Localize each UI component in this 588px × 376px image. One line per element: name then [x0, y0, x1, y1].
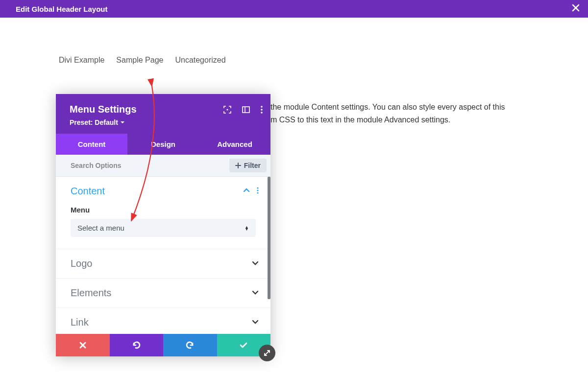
svg-point-4: [261, 109, 263, 111]
chevron-down-icon: [252, 259, 259, 268]
svg-point-5: [261, 112, 263, 114]
topbar-title: Edit Global Header Layout: [16, 5, 108, 13]
svg-point-7: [257, 189, 258, 191]
action-bar: [56, 334, 270, 356]
more-icon[interactable]: [261, 106, 263, 116]
resize-handle[interactable]: [259, 345, 275, 361]
close-icon[interactable]: [571, 3, 580, 14]
preset-selector[interactable]: Preset: Default: [70, 118, 125, 126]
select-caret-icon: ▲▼: [245, 226, 249, 230]
svg-point-6: [257, 187, 258, 188]
nav-item[interactable]: Divi Example: [59, 56, 104, 65]
section-elements-header[interactable]: Elements: [56, 279, 270, 307]
filter-button[interactable]: Filter: [229, 159, 267, 172]
section-content-header[interactable]: Content: [56, 177, 270, 206]
svg-rect-1: [243, 107, 249, 113]
more-icon[interactable]: [257, 187, 259, 196]
nav-menu: Divi Example Sample Page Uncategorized: [0, 56, 588, 65]
sections: Content Menu Select a menu ▲▼: [56, 177, 270, 334]
tab-design[interactable]: Design: [127, 134, 199, 155]
svg-point-8: [257, 192, 258, 193]
chevron-up-icon: [243, 187, 250, 196]
scrollbar[interactable]: [268, 177, 270, 299]
nav-item[interactable]: Sample Page: [116, 56, 163, 65]
top-bar: Edit Global Header Layout: [0, 0, 588, 18]
redo-button[interactable]: [163, 334, 217, 356]
svg-point-0: [226, 109, 228, 110]
menu-select[interactable]: Select a menu ▲▼: [71, 219, 256, 237]
panel-tabs: Content Design Advanced: [56, 134, 270, 155]
tab-advanced[interactable]: Advanced: [199, 134, 270, 155]
settings-panel: Menu Settings Preset: Default Content De…: [56, 94, 270, 356]
nav-item[interactable]: Uncategorized: [175, 56, 225, 65]
chevron-down-icon: [252, 289, 259, 298]
menu-field-label: Menu: [71, 206, 256, 214]
tab-content[interactable]: Content: [56, 134, 127, 155]
section-link-header[interactable]: Link: [56, 308, 270, 334]
search-input[interactable]: Search Options: [71, 162, 121, 169]
columns-icon[interactable]: [242, 106, 250, 116]
expand-icon[interactable]: [223, 106, 231, 116]
section-logo-header[interactable]: Logo: [56, 249, 270, 278]
section-content-body: Menu Select a menu ▲▼: [56, 206, 270, 249]
chevron-down-icon: [252, 318, 259, 327]
panel-header: Menu Settings Preset: Default: [56, 94, 270, 134]
page-body-text: the module Content settings. You can als…: [270, 101, 505, 126]
svg-point-3: [261, 106, 263, 108]
undo-button[interactable]: [110, 334, 164, 356]
search-row: Search Options Filter: [56, 155, 270, 177]
cancel-button[interactable]: [56, 334, 110, 356]
